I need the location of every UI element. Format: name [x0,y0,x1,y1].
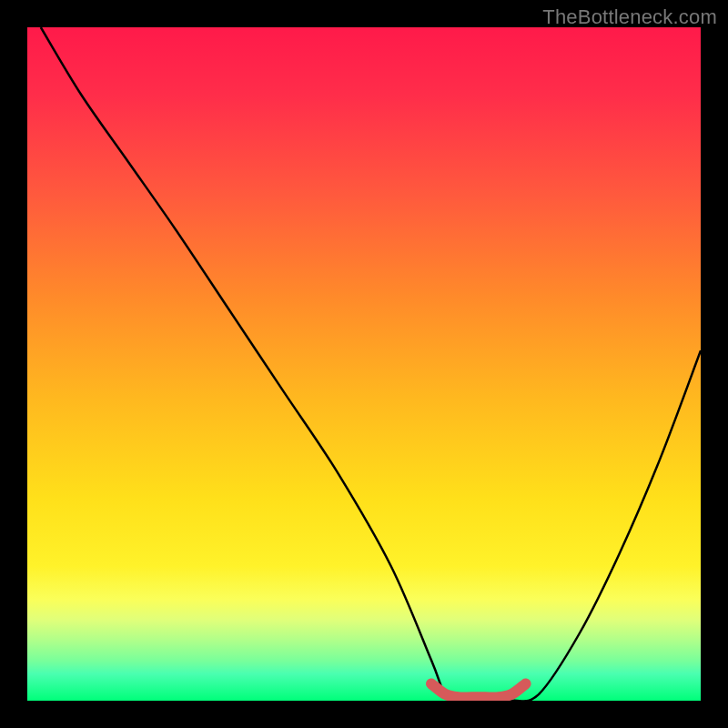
optimal-marker [431,684,526,698]
plot-area [27,27,701,701]
chart-container: TheBottleneck.com [0,0,728,728]
curve-layer [27,27,701,701]
watermark-text: TheBottleneck.com [542,5,717,29]
bottleneck-curve [41,27,701,701]
